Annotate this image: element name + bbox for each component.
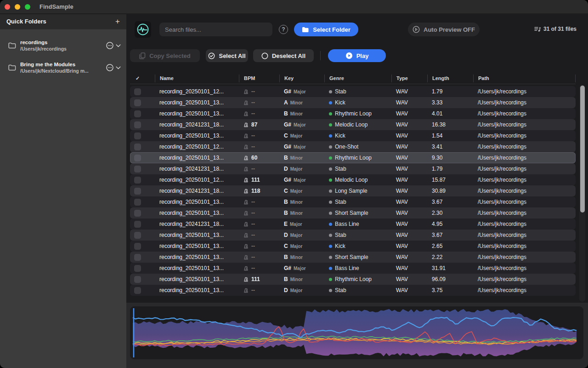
row-length: 1.79 — [427, 88, 473, 95]
row-checkbox[interactable] — [134, 88, 141, 95]
waveform-panel[interactable] — [130, 306, 583, 359]
column-header-type[interactable]: Type — [391, 75, 427, 82]
row-type: WAV — [391, 254, 427, 260]
row-checkbox[interactable] — [134, 121, 141, 128]
zoom-window-button[interactable] — [25, 4, 30, 10]
row-checkbox[interactable] — [134, 265, 141, 272]
row-bpm: -- — [251, 254, 255, 260]
row-checkbox[interactable] — [134, 276, 141, 283]
row-path: /Users/jk/recordings — [473, 177, 576, 183]
copy-selected-button[interactable]: Copy Selected — [130, 49, 200, 62]
row-checkbox[interactable] — [134, 99, 141, 106]
table-row[interactable]: recording_20250101_13... -- B Minor Rhyt… — [130, 108, 576, 119]
search-input[interactable] — [159, 23, 272, 36]
table-row[interactable]: recording_20250101_13... -- B Minor Shor… — [130, 207, 576, 218]
minimize-window-button[interactable] — [15, 4, 20, 10]
row-checkbox[interactable] — [134, 177, 141, 184]
row-checkbox[interactable] — [134, 232, 141, 239]
column-header-key[interactable]: Key — [279, 75, 324, 82]
row-checkbox[interactable] — [134, 254, 141, 261]
row-checkbox[interactable] — [134, 166, 141, 172]
row-checkbox[interactable] — [134, 221, 141, 228]
row-type: WAV — [391, 188, 427, 194]
table-row[interactable]: recording_20250101_13... -- B Minor Stab… — [130, 196, 576, 207]
row-path: /Users/jk/recordings — [473, 144, 576, 150]
column-header-name[interactable]: Name — [155, 75, 239, 82]
row-key-note: E — [284, 221, 288, 227]
chevron-down-icon[interactable] — [116, 66, 121, 69]
row-bpm: -- — [251, 232, 255, 238]
row-name: recording_20250101_13... — [155, 110, 239, 117]
row-checkbox[interactable] — [134, 144, 141, 150]
table-row[interactable]: recording_20250101_13... -- C Major Kick… — [130, 130, 576, 141]
column-header-genre[interactable]: Genre — [324, 75, 391, 82]
row-checkbox[interactable] — [134, 188, 141, 195]
genre-dot — [329, 123, 332, 126]
row-path: /Users/jk/recordings — [473, 210, 576, 216]
help-icon[interactable]: ? — [279, 25, 288, 34]
row-genre: One-Shot — [335, 144, 358, 150]
column-header-path[interactable]: Path — [473, 75, 576, 82]
select-all-button[interactable]: Select All — [206, 49, 248, 62]
row-key-note: A — [284, 99, 288, 106]
table-row[interactable]: recording_20250101_13... -- G# Major Bas… — [130, 263, 576, 274]
row-path: /Users/jk/recordings — [473, 265, 576, 271]
row-checkbox[interactable] — [134, 110, 141, 117]
chevron-down-icon[interactable] — [116, 44, 121, 47]
waveform-visualization — [130, 306, 583, 359]
play-button[interactable]: Play — [328, 49, 386, 62]
column-header-length[interactable]: Length — [427, 75, 473, 82]
table-row[interactable]: recording_20250101_12... -- G# Major One… — [130, 141, 576, 152]
row-type: WAV — [391, 177, 427, 183]
table-row[interactable]: recording_20241231_18... 87 G# Major Mel… — [130, 119, 576, 130]
table-row[interactable]: recording_20250101_13... -- B Minor Shor… — [130, 252, 576, 263]
select-folder-button[interactable]: Select Folder — [294, 23, 358, 36]
table-row[interactable]: recording_20250101_13... -- A Minor Kick… — [130, 97, 576, 108]
table-row[interactable]: recording_20250101_13... 111 B Minor Rhy… — [130, 274, 576, 285]
row-type: WAV — [391, 276, 427, 282]
scrollbar-thumb[interactable] — [580, 86, 585, 213]
row-checkbox[interactable] — [134, 243, 141, 250]
row-key-scale: Major — [290, 244, 303, 249]
table-row[interactable]: recording_20241231_18... -- E Major Bass… — [130, 218, 576, 230]
row-type: WAV — [391, 166, 427, 172]
row-key-note: B — [284, 199, 288, 205]
ellipsis-menu-icon[interactable] — [106, 41, 114, 50]
table-row[interactable]: recording_20250101_12... -- G# Major Sta… — [130, 86, 576, 97]
table-row[interactable]: recording_20241231_18... -- D Major Stab… — [130, 163, 576, 174]
table-row[interactable]: recording_20250101_13... -- D Major Stab… — [130, 230, 576, 241]
column-header-check[interactable]: ✓ — [130, 75, 155, 82]
row-checkbox[interactable] — [134, 155, 141, 161]
waveform-envelope — [133, 309, 577, 356]
row-checkbox[interactable] — [134, 199, 141, 206]
row-genre: Kick — [335, 132, 345, 139]
genre-dot — [329, 101, 332, 104]
sidebar-folder-item[interactable]: Bring me the Modules /Users/jk/Nextcloud… — [0, 57, 126, 78]
row-bpm: 60 — [251, 155, 257, 161]
table-row[interactable]: recording_20250101_12... 111 G# Major Me… — [130, 174, 576, 185]
close-window-button[interactable] — [5, 4, 10, 10]
row-name: recording_20250101_13... — [155, 210, 239, 216]
table-row[interactable]: recording_20250101_13... 60 B Minor Rhyt… — [130, 152, 576, 163]
ellipsis-menu-icon[interactable] — [106, 63, 114, 72]
deselect-all-button[interactable]: Deselect All — [253, 49, 314, 62]
table-row[interactable]: recording_20250101_13... -- C Major Kick… — [130, 241, 576, 252]
add-folder-button[interactable]: + — [115, 17, 120, 27]
row-checkbox[interactable] — [134, 287, 141, 294]
column-header-bpm[interactable]: BPM — [239, 75, 279, 82]
genre-dot — [329, 256, 332, 259]
row-key-note: B — [284, 254, 288, 260]
table-row[interactable]: recording_20241231_18... 118 C Major Lon… — [130, 185, 576, 196]
row-checkbox[interactable] — [134, 132, 141, 139]
row-name: recording_20250101_13... — [155, 276, 239, 282]
sidebar-folder-item[interactable]: recordings /Users/jk/recordings — [0, 35, 126, 56]
table-row[interactable]: recording_20250101_13... -- D Major Stab… — [130, 285, 576, 296]
row-key-scale: Minor — [290, 200, 303, 205]
auto-preview-button[interactable]: Auto Preview OFF — [408, 23, 480, 36]
row-length: 15.87 — [427, 177, 473, 183]
row-path: /Users/jk/recordings — [473, 254, 576, 260]
row-length: 1.79 — [427, 166, 473, 172]
row-checkbox[interactable] — [134, 210, 141, 217]
genre-dot — [329, 90, 332, 93]
row-length: 30.89 — [427, 188, 473, 194]
